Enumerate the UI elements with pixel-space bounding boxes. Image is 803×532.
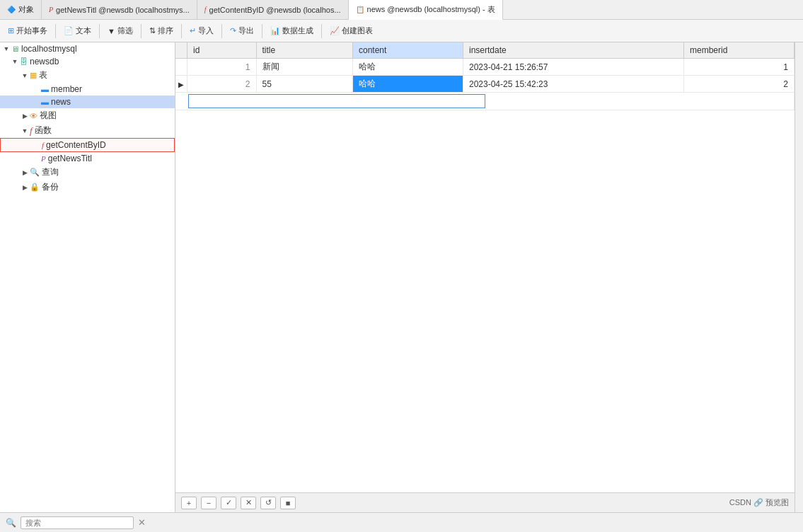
- functions-label: 函数: [35, 125, 52, 137]
- tables-group-label: 表: [39, 69, 47, 81]
- newsdb-label: newsdb: [30, 57, 59, 66]
- tree-functions-group[interactable]: ▼ f 函数: [0, 123, 175, 138]
- edit-input-row: [175, 93, 795, 110]
- tree-backup-group[interactable]: ▶ 🔒 备份: [0, 180, 175, 195]
- chart-icon: 📈: [330, 26, 340, 35]
- remove-icon: −: [207, 499, 211, 507]
- toolbar: ⊞ 开始事务 📄 文本 ▼ 筛选 ⇅ 排序 ↵ 导入 ↷ 导出 📊 数据生成 📈…: [0, 20, 803, 42]
- queries-toggle: ▶: [20, 169, 30, 176]
- col-header-insertdate[interactable]: insertdate: [463, 42, 684, 59]
- tree-getNewsTitl[interactable]: P getNewsTitl: [0, 152, 175, 165]
- root-label: localhostmysql: [21, 44, 77, 54]
- confirm-button[interactable]: ✓: [221, 497, 236, 509]
- import-button[interactable]: ↵ 导入: [185, 23, 219, 38]
- add-row-button[interactable]: +: [181, 497, 197, 509]
- cell-content[interactable]: 哈哈: [353, 76, 463, 93]
- table-body: 1新闻哈哈2023-04-21 15:26:571▶255哈哈2023-04-2…: [175, 59, 795, 110]
- views-toggle: ▶: [20, 112, 30, 120]
- views-icon: 👁: [30, 112, 37, 120]
- backup-toggle: ▶: [20, 184, 30, 191]
- add-icon: +: [187, 499, 191, 507]
- getContentByID-icon: f: [42, 141, 44, 149]
- text-button[interactable]: 📄 文本: [59, 23, 96, 38]
- col-header-memberid[interactable]: memberid: [684, 42, 795, 59]
- tree-member[interactable]: ▬ member: [0, 83, 175, 96]
- backup-label: 备份: [42, 181, 59, 193]
- db-icon: 🗄: [20, 57, 28, 66]
- row-indicator: ▶: [175, 76, 187, 93]
- row-indicator: [175, 59, 187, 76]
- cell-id[interactable]: 1: [187, 59, 257, 76]
- tab-getContentByID[interactable]: f getContentByID @newsdb (localhos...: [197, 0, 349, 19]
- filter-button[interactable]: ▼ 筛选: [103, 23, 138, 38]
- tab-getContentByID-label: getContentByID @newsdb (localhos...: [209, 6, 341, 14]
- cancel-button[interactable]: ✕: [241, 497, 256, 509]
- pagination-info: CSDN 🔗 预览图: [729, 497, 789, 508]
- toolbar-sep-2: [99, 24, 100, 38]
- sort-button[interactable]: ⇅ 排序: [144, 23, 178, 38]
- cell-id[interactable]: 2: [187, 76, 257, 93]
- table-icon: 📋: [356, 6, 364, 13]
- news-label: news: [51, 97, 71, 107]
- export-button[interactable]: ↷ 导出: [225, 23, 259, 38]
- cell-memberid[interactable]: 2: [684, 76, 795, 93]
- cell-title[interactable]: 新闻: [256, 59, 353, 76]
- tree-getContentByID[interactable]: f getContentByID: [0, 138, 175, 152]
- tree-newsdb[interactable]: ▼ 🗄 newsdb: [0, 55, 175, 68]
- tree-tables-group[interactable]: ▼ ▦ 表: [0, 68, 175, 83]
- search-input[interactable]: [21, 516, 134, 529]
- table-row[interactable]: 1新闻哈哈2023-04-21 15:26:571: [175, 59, 795, 76]
- cancel-icon: ✕: [245, 498, 252, 507]
- tree-views-group[interactable]: ▶ 👁 视图: [0, 108, 175, 123]
- col-header-title[interactable]: title: [256, 42, 353, 59]
- tab-object-label: 对象: [18, 4, 34, 15]
- tree-queries-group[interactable]: ▶ 🔍 查询: [0, 165, 175, 180]
- right-scrollbar[interactable]: [795, 42, 803, 512]
- inline-editor-input[interactable]: [188, 94, 485, 108]
- tree-news[interactable]: ▬ news: [0, 96, 175, 108]
- tab-news-label: news @newsdb (localhostmysql) - 表: [367, 4, 495, 15]
- main-area: ▼ 🖥 localhostmysql ▼ 🗄 newsdb ▼ ▦ 表 ▬ me…: [0, 42, 803, 512]
- newsdb-toggle: ▼: [10, 58, 20, 65]
- tree-root[interactable]: ▼ 🖥 localhostmysql: [0, 42, 175, 55]
- data-table: id title content insertdate memberid 1新闻…: [175, 42, 795, 110]
- sort-icon: ⇅: [149, 26, 156, 35]
- getContentByID-label: getContentByID: [46, 140, 106, 150]
- views-label: 视图: [40, 110, 57, 122]
- proc-icon: P: [49, 6, 53, 13]
- cell-insertdate[interactable]: 2023-04-25 15:42:23: [463, 76, 684, 93]
- data-table-wrapper[interactable]: id title content insertdate memberid 1新闻…: [175, 42, 795, 492]
- tables-icon: ▦: [30, 71, 37, 80]
- search-close-icon[interactable]: ✕: [138, 517, 146, 528]
- col-header-content[interactable]: content: [353, 42, 463, 59]
- cell-content[interactable]: 哈哈: [353, 59, 463, 76]
- toolbar-sep-1: [55, 24, 56, 38]
- import-icon: ↵: [190, 26, 196, 35]
- tab-bar: 🔷 对象 P getNewsTitl @newsdb (localhostmys…: [0, 0, 803, 20]
- cell-insertdate[interactable]: 2023-04-21 15:26:57: [463, 59, 684, 76]
- remove-row-button[interactable]: −: [201, 497, 216, 509]
- create-chart-button[interactable]: 📈 创建图表: [325, 23, 378, 38]
- refresh-button[interactable]: ↺: [260, 497, 276, 509]
- filter-icon: ▼: [108, 27, 115, 35]
- text-icon: 📄: [64, 26, 74, 35]
- cell-memberid[interactable]: 1: [684, 59, 795, 76]
- cell-title[interactable]: 55: [256, 76, 353, 93]
- generate-data-button[interactable]: 📊 数据生成: [265, 23, 318, 38]
- queries-label: 查询: [42, 166, 59, 178]
- stop-button[interactable]: ■: [280, 497, 296, 509]
- refresh-icon: ↺: [265, 498, 272, 507]
- col-indicator: [175, 42, 187, 59]
- col-header-id[interactable]: id: [187, 42, 257, 59]
- tab-object[interactable]: 🔷 对象: [0, 0, 42, 19]
- root-toggle: ▼: [1, 45, 11, 52]
- tab-news[interactable]: 📋 news @newsdb (localhostmysql) - 表: [349, 0, 503, 20]
- server-icon: 🖥: [11, 45, 19, 53]
- news-table-icon: ▬: [41, 98, 49, 106]
- tab-getNewsTitl[interactable]: P getNewsTitl @newsdb (localhostmys...: [42, 0, 197, 19]
- bottom-bar: + − ✓ ✕ ↺ ■ CSDN 🔗 预览图: [175, 492, 795, 512]
- table-row[interactable]: ▶255哈哈2023-04-25 15:42:232: [175, 76, 795, 93]
- getNewsTitl-label: getNewsTitl: [48, 154, 92, 163]
- start-transaction-button[interactable]: ⊞ 开始事务: [3, 23, 52, 38]
- generate-icon: 📊: [270, 26, 280, 35]
